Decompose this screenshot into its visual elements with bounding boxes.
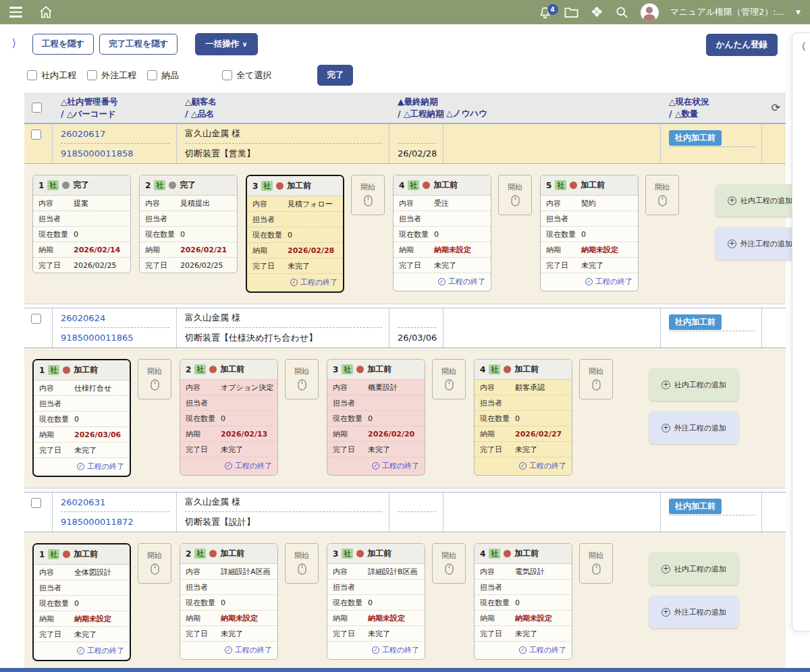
- process-card[interactable]: 2 社 加工前 内容 詳細設計A区画 担当者 現在数量 0 納期 納期未設定 完…: [180, 543, 278, 660]
- process-card[interactable]: 3 社 加工前 内容 詳細設計B区画 担当者 現在数量 0 納期 納期未設定 完…: [327, 543, 425, 660]
- due-value: 2026/02/13: [221, 430, 267, 439]
- sort-product-name[interactable]: / △品名: [185, 108, 389, 120]
- folder-icon[interactable]: [564, 5, 579, 19]
- process-card[interactable]: 5 社 加工前 内容 契約 担当者 現在数量 0 納期 納期未設定 完了日 未完…: [540, 175, 639, 291]
- finish-process-link[interactable]: ✓ 工程の終了: [327, 457, 425, 475]
- add-external-process-button[interactable]: + 外注工程の追加: [649, 412, 738, 444]
- management-number-link[interactable]: 26020624: [61, 313, 105, 323]
- complete-button[interactable]: 完了: [317, 65, 353, 86]
- process-card[interactable]: 2 社 完了 内容 見積提出 担当者 現在数量 0 納期 2026/02/21 …: [139, 175, 238, 273]
- barcode-link[interactable]: 9185000011858: [61, 148, 134, 159]
- chevron-down-icon[interactable]: ▼: [796, 9, 801, 16]
- management-number-link[interactable]: 26020631: [61, 497, 105, 507]
- process-card[interactable]: 1 社 加工前 内容 全体図設計 担当者 現在数量 0 納期 納期未設定 完了日…: [32, 543, 131, 661]
- start-process-button[interactable]: 開始: [285, 543, 319, 584]
- header-final-due[interactable]: ▲最終納期 / △工程納期: [389, 92, 443, 123]
- quantity-value: 0: [288, 231, 292, 240]
- home-icon[interactable]: [38, 5, 53, 20]
- avatar[interactable]: [641, 3, 659, 22]
- finish-process-link[interactable]: ✓ 工程の終了: [394, 273, 491, 291]
- search-icon[interactable]: [615, 5, 629, 20]
- current-status-badge[interactable]: 社内加工前: [669, 499, 722, 514]
- hide-completed-process-button[interactable]: 完了工程を隠す: [99, 34, 178, 55]
- header-customer[interactable]: △顧客名 / △品名: [177, 92, 389, 123]
- process-card[interactable]: 3 社 加工前 内容 概要設計 担当者 現在数量 0 納期 2026/02/20…: [327, 359, 425, 476]
- process-card[interactable]: 2 社 加工前 内容 オプション決定 担当者 現在数量 0 納期 2026/02…: [180, 359, 278, 476]
- internal-process-checkbox[interactable]: [27, 70, 37, 80]
- start-process-button[interactable]: 開始: [351, 175, 385, 215]
- finish-process-link[interactable]: ✓ 工程の終了: [247, 274, 343, 291]
- start-process-button[interactable]: 開始: [498, 175, 532, 215]
- finish-process-link[interactable]: ✓ 工程の終了: [34, 642, 130, 660]
- header-knowhow[interactable]: △ノウハウ: [443, 92, 661, 123]
- start-process-button[interactable]: 開始: [432, 543, 466, 584]
- sort-final-due[interactable]: ▲最終納期: [398, 96, 443, 108]
- expand-left-panel-chevron-icon[interactable]: 〉: [12, 37, 21, 51]
- sort-barcode[interactable]: / △バーコード: [61, 108, 177, 120]
- start-label: 開始: [589, 366, 603, 376]
- refresh-icon[interactable]: ⟳: [762, 92, 786, 123]
- start-process-button[interactable]: 開始: [579, 543, 613, 584]
- finish-process-link[interactable]: ✓ 工程の終了: [475, 642, 572, 659]
- bulk-action-button[interactable]: 一括操作 ∨: [195, 33, 257, 55]
- content-value: 顧客承認: [515, 383, 545, 393]
- row-checkbox[interactable]: [31, 130, 41, 140]
- delivery-checkbox[interactable]: [147, 70, 157, 80]
- sort-knowhow[interactable]: △ノウハウ: [446, 107, 487, 119]
- process-card[interactable]: 3 社 加工前 内容 見積フォロー 担当者 現在数量 0 納期 2026/02/…: [246, 175, 344, 293]
- process-card[interactable]: 4 社 加工前 内容 顧客承認 担当者 現在数量 0 納期 2026/02/27…: [474, 359, 572, 476]
- content-label: 内容: [186, 383, 221, 393]
- quantity-value: 0: [180, 230, 185, 239]
- quantity-value: 0: [581, 230, 586, 239]
- sort-quantity[interactable]: / △数量: [669, 108, 762, 120]
- sort-customer-name[interactable]: △顧客名: [185, 96, 389, 108]
- select-all-checkbox[interactable]: [222, 70, 232, 80]
- header-current-status[interactable]: △現在状況 / △数量: [661, 92, 762, 123]
- finish-process-link[interactable]: ✓ 工程の終了: [34, 458, 130, 476]
- current-status-badge[interactable]: 社内加工前: [669, 130, 722, 146]
- easy-register-button[interactable]: かんたん登録: [706, 34, 778, 56]
- notifications-bell-icon[interactable]: 4: [538, 5, 552, 20]
- row-checkbox[interactable]: [31, 314, 41, 324]
- finish-process-link[interactable]: ✓ 工程の終了: [541, 273, 638, 291]
- start-process-button[interactable]: 開始: [285, 359, 319, 399]
- process-card[interactable]: 1 社 完了 内容 提案 担当者 現在数量 0 納期 2026/02/14 完了…: [32, 175, 131, 273]
- sort-management-number[interactable]: △社内管理番号: [61, 96, 177, 108]
- barcode-link[interactable]: 9185000011865: [61, 333, 134, 343]
- add-external-process-button[interactable]: + 外注工程の追加: [649, 596, 738, 628]
- header-management-number[interactable]: △社内管理番号 / △バーコード: [53, 92, 177, 123]
- header-select-all-checkbox[interactable]: [32, 103, 42, 113]
- external-process-checkbox[interactable]: [87, 70, 97, 80]
- finish-process-link[interactable]: ✓ 工程の終了: [180, 642, 277, 659]
- current-status-badge[interactable]: 社内加工前: [669, 314, 722, 330]
- sort-process-due[interactable]: / △工程納期: [398, 108, 443, 120]
- sort-current-status[interactable]: △現在状況: [669, 96, 762, 108]
- dropbox-icon[interactable]: ❖: [591, 5, 603, 20]
- due-label: 納期: [252, 246, 288, 256]
- barcode-link[interactable]: 9185000011872: [61, 517, 134, 527]
- quantity-label: 現在数量: [39, 414, 74, 424]
- start-process-button[interactable]: 開始: [138, 543, 171, 584]
- start-label: 開始: [294, 551, 309, 561]
- start-process-button[interactable]: 開始: [138, 359, 171, 399]
- collapse-right-panel-chevron-icon[interactable]: 〈: [796, 41, 806, 52]
- start-process-button[interactable]: 開始: [645, 175, 679, 215]
- start-process-button[interactable]: 開始: [432, 359, 466, 399]
- start-label: 開始: [441, 366, 456, 376]
- management-number-link[interactable]: 26020617: [61, 129, 105, 139]
- start-process-button[interactable]: 開始: [579, 359, 613, 399]
- finish-process-link[interactable]: ✓ 工程の終了: [180, 457, 277, 475]
- process-card[interactable]: 4 社 加工前 内容 電気設計 担当者 現在数量 0 納期 納期未設定 完了日 …: [474, 543, 572, 660]
- finish-process-link[interactable]: ✓ 工程の終了: [327, 642, 425, 659]
- menu-icon[interactable]: [9, 7, 22, 18]
- row-checkbox[interactable]: [31, 498, 41, 508]
- add-internal-process-button[interactable]: + 社内工程の追加: [649, 368, 738, 401]
- add-internal-process-label: 社内工程の追加: [740, 196, 792, 206]
- hide-process-button[interactable]: 工程を隠す: [32, 34, 94, 55]
- process-card[interactable]: 4 社 加工前 内容 受注 担当者 現在数量 0 納期 納期未設定 完了日 未完…: [393, 175, 491, 291]
- start-label: 開始: [294, 366, 309, 376]
- completed-label: 完了日: [39, 445, 74, 455]
- process-card[interactable]: 1 社 加工前 内容 仕様打合せ 担当者 現在数量 0 納期 2026/03/0…: [32, 359, 131, 477]
- finish-process-link[interactable]: ✓ 工程の終了: [475, 457, 572, 475]
- add-internal-process-button[interactable]: + 社内工程の追加: [649, 553, 738, 585]
